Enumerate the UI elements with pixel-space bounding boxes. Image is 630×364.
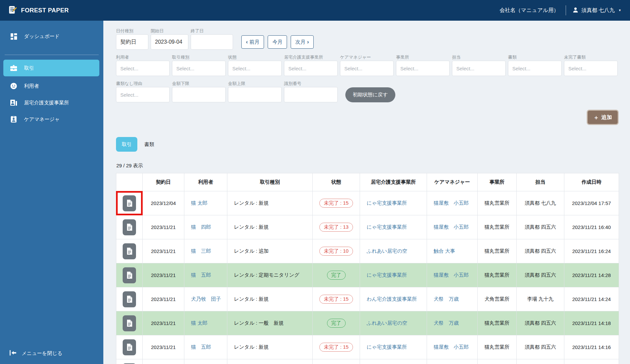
- next-month-button[interactable]: 次月 ›: [291, 35, 313, 49]
- prev-month-button[interactable]: ‹ 前月: [241, 35, 264, 49]
- cell-care-manager-link[interactable]: 猫屋敷 小五郎: [434, 344, 469, 350]
- start-date-input[interactable]: [151, 34, 188, 50]
- filter-row-dates: 日付種別 契約日 開始日 終了日 ‹ 前月 今月 次月 ›: [116, 28, 619, 50]
- filter-select[interactable]: Select...: [172, 61, 226, 76]
- cell-created: 2023/11/21 14:24: [564, 287, 619, 311]
- cell-office-link[interactable]: ふれあい居宅の空: [367, 248, 407, 254]
- cell-staff: 須真都 四五六: [517, 239, 564, 263]
- add-button[interactable]: ＋ 追加: [587, 110, 619, 125]
- sidebar-item-dashboard[interactable]: ダッシュボード: [0, 28, 103, 45]
- table-row[interactable]: 2023/11/21 猫 四郎 レンタル : 新規 未完了 : 13 にゃ宅支援…: [116, 215, 619, 239]
- cell-office-link[interactable]: ふれあい居宅の空: [367, 320, 407, 326]
- no-doc-reason-select[interactable]: Select...: [116, 87, 170, 102]
- sidebar-item-care-managers[interactable]: ケアマネージャ: [0, 111, 103, 128]
- cell-staff: 須真都 四五六: [517, 359, 564, 364]
- amount-max-input[interactable]: [228, 87, 282, 102]
- table-row[interactable]: 2023/11/21 猫 太郎 レンタル : 一般 新規 完了 ふれあい居宅の空…: [116, 311, 619, 335]
- cell-office-link[interactable]: にゃ宅支援事業所: [367, 200, 407, 206]
- filter-select[interactable]: Select...: [396, 61, 450, 76]
- document-button[interactable]: [123, 315, 136, 331]
- cell-care-manager-link[interactable]: 猫屋敷 小五郎: [434, 224, 469, 230]
- transactions-table: 契約日利用者取引種別状態居宅介護支援事業所ケアマネジャー事業所担当作成日時 20…: [116, 173, 619, 364]
- menu-close-button[interactable]: メニューを閉じる: [9, 350, 62, 357]
- id-badge-icon: [9, 115, 18, 123]
- cell-office-link[interactable]: にゃ宅支援事業所: [367, 272, 407, 278]
- cell-type: レンタル : 新規: [227, 335, 313, 359]
- end-date-input[interactable]: [191, 34, 233, 50]
- cell-user-link[interactable]: 猫 五郎: [191, 344, 211, 350]
- cell-user-link[interactable]: 猫 五郎: [191, 272, 211, 278]
- select-placeholder: Select...: [120, 66, 138, 71]
- filter-label: 担当: [452, 54, 506, 59]
- filter-select[interactable]: Select...: [508, 61, 562, 76]
- date-type-select[interactable]: 契約日: [116, 34, 148, 50]
- current-month-button[interactable]: 今月: [268, 35, 287, 49]
- reset-filters-button[interactable]: 初期状態に戻す: [345, 87, 395, 102]
- id-number-input[interactable]: [284, 87, 338, 102]
- cell-contract-date: 2023/11/21: [143, 359, 184, 364]
- table-row[interactable]: 2023/11/21 猫 五郎 レンタル : 定期モニタリング 完了 にゃ宅支援…: [116, 263, 619, 287]
- filter-select-group: 事業所 Select...: [396, 54, 450, 76]
- cell-status-pill: 未完了 : 15: [319, 295, 353, 304]
- document-button[interactable]: [123, 339, 136, 355]
- sidebar-item-users[interactable]: 利用者: [0, 78, 103, 94]
- plus-icon: ＋: [593, 114, 599, 121]
- filter-select[interactable]: Select...: [284, 61, 338, 76]
- chevron-right-icon: ›: [307, 39, 309, 45]
- cell-care-manager-link[interactable]: 猫屋敷 小五郎: [434, 272, 469, 278]
- cell-status-pill: 完了: [327, 319, 346, 328]
- table-row[interactable]: 2023/11/21 犬乃牧 団子 レンタル : 新規 未完了 : 15 わん宅…: [116, 287, 619, 311]
- filter-select[interactable]: Select...: [228, 61, 282, 76]
- tab-書類[interactable]: 書類: [139, 137, 160, 152]
- cell-staff: 須真都 四五六: [517, 311, 564, 335]
- company-name: 会社名（マニュアル用）: [500, 7, 559, 14]
- sidebar-item-care-offices[interactable]: 居宅介護支援事業所: [0, 94, 103, 111]
- table-row[interactable]: 2023/12/04 猫 太郎 レンタル : 新規 未完了 : 15 にゃ宅支援…: [116, 191, 619, 215]
- cell-created: 2023/12/04 17:57: [564, 191, 619, 215]
- filter-select[interactable]: Select...: [116, 61, 170, 76]
- cell-type: 介護保険 : 販売: [227, 359, 313, 364]
- cell-care-manager-link[interactable]: 触合 大事: [434, 248, 455, 254]
- document-icon: [127, 272, 132, 279]
- cell-user-link[interactable]: 猫 太郎: [191, 200, 207, 206]
- filter-select-row: 利用者 Select... 取引種別 Select... 状態 Select..…: [116, 54, 619, 76]
- document-icon: [127, 344, 132, 351]
- cell-user-link[interactable]: 猫 太郎: [191, 320, 207, 326]
- user-menu[interactable]: 須真都 七八九 ▼: [573, 7, 621, 14]
- column-header: 状態: [313, 173, 360, 191]
- table-row[interactable]: 2023/11/21 猫 五郎 レンタル : 新規 未完了 : 15 にゃ宅支援…: [116, 335, 619, 359]
- filter-select[interactable]: Select...: [564, 61, 618, 76]
- cell-user-link[interactable]: 猫 三郎: [191, 248, 211, 254]
- cell-care-manager-link[interactable]: 犬祭 万歳: [434, 296, 459, 302]
- table-row[interactable]: 2023/11/21 猫 三郎 レンタル : 追加 未完了 : 10 ふれあい居…: [116, 239, 619, 263]
- cell-office-link[interactable]: にゃ宅支援事業所: [367, 344, 407, 350]
- cell-office-link[interactable]: にゃ宅支援事業所: [367, 224, 407, 230]
- current-month-label: 今月: [272, 39, 282, 45]
- document-button[interactable]: [123, 267, 136, 283]
- amount-min-input[interactable]: [172, 87, 226, 102]
- cell-care-manager-link[interactable]: 猫屋敷 小五郎: [434, 200, 469, 206]
- sidebar-item-transactions[interactable]: 取引: [3, 60, 99, 76]
- table-row[interactable]: 2023/11/21 猫 次郎 介護保険 : 販売 未完了 : 12 にゃ宅支援…: [116, 359, 619, 364]
- table-header-row: 契約日利用者取引種別状態居宅介護支援事業所ケアマネジャー事業所担当作成日時: [116, 173, 619, 191]
- column-header: 取引種別: [227, 173, 313, 191]
- filter-select[interactable]: Select...: [340, 61, 394, 76]
- cell-status-pill: 未完了 : 10: [319, 247, 353, 256]
- cell-status-pill: 完了: [327, 271, 346, 280]
- tab-取引[interactable]: 取引: [116, 137, 137, 152]
- caret-down-icon: ▼: [618, 9, 621, 12]
- document-button[interactable]: [123, 219, 136, 235]
- document-button[interactable]: [123, 195, 136, 211]
- filter-select[interactable]: Select...: [452, 61, 506, 76]
- next-month-label: 次月: [295, 39, 305, 45]
- cell-user-link[interactable]: 猫 四郎: [191, 224, 211, 230]
- document-button[interactable]: [123, 243, 136, 259]
- filter-row-amounts: 書類なし理由 Select... 金額下限 金額上限 識別番号 初期状態に戻す: [116, 81, 619, 102]
- cell-created: 2023/11/21 14:16: [564, 335, 619, 359]
- table-body: 2023/12/04 猫 太郎 レンタル : 新規 未完了 : 15 にゃ宅支援…: [116, 191, 619, 364]
- cell-user-link[interactable]: 犬乃牧 団子: [191, 296, 221, 302]
- document-button[interactable]: [123, 291, 136, 307]
- cell-type: レンタル : 定期モニタリング: [227, 263, 313, 287]
- cell-office-link[interactable]: わん宅介護支援事業所: [367, 296, 417, 302]
- cell-care-manager-link[interactable]: 犬祭 万歳: [434, 320, 459, 326]
